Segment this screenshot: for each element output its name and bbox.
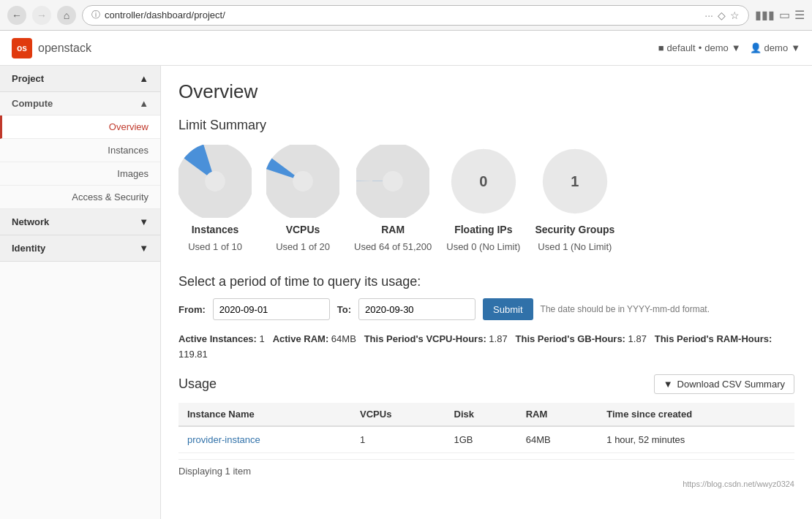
watermark: https://blog.csdn.net/wwyz0324 (178, 480, 794, 488)
back-button[interactable]: ← (7, 6, 26, 25)
active-stats: Active Instances: 1 Active RAM: 64MB Thi… (178, 332, 794, 363)
library-icon[interactable]: ▮▮▮ (755, 8, 775, 22)
limit-summary-title: Limit Summary (178, 118, 794, 133)
usage-table-body: provider-instance 1 1GB 64MB 1 hour, 52 … (178, 426, 794, 453)
download-label: Download CSV Summary (677, 379, 785, 390)
ram-hours-value: 119.81 (178, 349, 208, 360)
displaying-text: Displaying 1 item (178, 466, 251, 477)
url-text: controller/dashboard/project/ (105, 10, 700, 20)
sidebar-images-label: Images (117, 168, 149, 179)
user-dropdown-icon: ▼ (791, 42, 800, 53)
ram-card-usage: Used 64 of 51,200 (354, 241, 432, 252)
app-body: Project ▲ Compute ▲ Overview Instances I… (0, 66, 812, 519)
to-input[interactable] (358, 298, 475, 320)
floating-ips-pie: 0 (447, 145, 520, 218)
ram-card-name: RAM (381, 224, 405, 235)
usage-table-header-row: Instance Name VCPUs Disk RAM Time since … (178, 403, 794, 426)
instances-pie-svg (178, 145, 252, 218)
instances-card-name: Instances (192, 224, 239, 235)
from-input[interactable] (213, 298, 330, 320)
home-button[interactable]: ⌂ (57, 6, 76, 25)
instances-card-usage: Used 1 of 10 (188, 241, 242, 252)
floating-ips-center-label: 0 (479, 173, 487, 190)
sidebar-network-label: Network (12, 216, 49, 227)
brand-name: openstack (38, 42, 91, 55)
sidebar-access-security-label: Access & Security (72, 192, 149, 202)
usage-title: Usage (178, 376, 217, 392)
usage-table: Instance Name VCPUs Disk RAM Time since … (178, 403, 794, 453)
sidebar-item-instances[interactable]: Instances (0, 139, 160, 162)
limit-card-security-groups: 1 Security Groups Used 1 (No Limit) (535, 145, 614, 252)
download-icon: ▼ (663, 379, 673, 390)
sidebar-project-label: Project (12, 73, 44, 84)
col-instance-name: Instance Name (178, 403, 351, 426)
security-groups-card-usage: Used 1 (No Limit) (538, 241, 612, 252)
vcpus-card-name: VCPUs (286, 224, 320, 235)
menu-icon[interactable]: ☰ (794, 8, 805, 22)
ssl-icon: ⓘ (91, 9, 100, 21)
ram-hours-label: This Period's RAM-Hours: (655, 333, 772, 344)
sidebar-network-chevron: ▼ (139, 216, 149, 227)
security-groups-card-name: Security Groups (535, 224, 614, 235)
security-groups-pie: 1 (538, 145, 612, 218)
displaying-count: Displaying 1 item (178, 459, 794, 477)
table-row: provider-instance 1 1GB 64MB 1 hour, 52 … (178, 426, 794, 453)
sidebar-identity-label: Identity (12, 243, 45, 254)
sidebar-item-access-security[interactable]: Access & Security (0, 186, 160, 209)
limit-cards: Instances Used 1 of 10 VCPUs Used 1 of 2… (178, 145, 794, 252)
instance-link[interactable]: provider-instance (187, 434, 260, 445)
main-content: Overview Limit Summary Instances Used 1 … (161, 66, 812, 519)
limit-card-floating-ips: 0 Floating IPs Used 0 (No Limit) (446, 145, 520, 252)
ram-pie (356, 145, 429, 218)
cell-ram: 64MB (517, 426, 598, 453)
sidebar-network-section[interactable]: Network ▼ (0, 209, 160, 235)
col-disk: Disk (446, 403, 517, 426)
browser-chrome: ← → ⌂ ⓘ controller/dashboard/project/ ··… (0, 0, 812, 31)
active-ram-value: 64MB (331, 333, 356, 344)
domain-project-selector[interactable]: ■ default • demo ▼ (658, 42, 741, 53)
sidebar-item-overview[interactable]: Overview (0, 115, 160, 139)
sidebar-compute-label: Compute (12, 98, 53, 109)
cell-vcpus: 1 (351, 426, 446, 453)
sidebar-item-images[interactable]: Images (0, 162, 160, 186)
download-csv-button[interactable]: ▼ Download CSV Summary (654, 374, 794, 394)
openstack-icon: os (12, 38, 32, 58)
vcpu-hours-label: This Period's VCPU-Hours: (364, 333, 486, 344)
sidebar-identity-section[interactable]: Identity ▼ (0, 235, 160, 262)
user-icon: 👤 (750, 42, 762, 53)
forward-button[interactable]: → (32, 6, 51, 25)
ram-pie-svg (356, 145, 429, 218)
gb-hours-label: This Period's GB-Hours: (516, 333, 625, 344)
cell-time-since-created: 1 hour, 52 minutes (598, 426, 794, 453)
floating-ips-card-usage: Used 0 (No Limit) (446, 241, 520, 252)
domain-label: ■ (658, 42, 664, 53)
limit-card-ram: RAM Used 64 of 51,200 (354, 145, 432, 252)
user-menu[interactable]: 👤 demo ▼ (750, 42, 800, 53)
browser-actions: ▮▮▮ ▭ ☰ (755, 8, 805, 22)
gb-hours-value: 1.87 (628, 333, 647, 344)
bookmark-icon: ◇ (718, 10, 726, 21)
submit-button[interactable]: Submit (483, 298, 533, 320)
instances-pie (178, 145, 252, 218)
sidebar-compute-section[interactable]: Compute ▲ (0, 92, 160, 115)
url-bar[interactable]: ⓘ controller/dashboard/project/ ··· ◇ ☆ (82, 5, 749, 26)
vcpus-card-usage: Used 1 of 20 (276, 241, 330, 252)
sidebar-project-section[interactable]: Project ▲ (0, 66, 160, 92)
vcpus-pie-svg (266, 145, 339, 218)
period-title: Select a period of time to query its usa… (178, 274, 794, 289)
period-hint: The date should be in YYYY-mm-dd format. (541, 304, 710, 314)
sidebar-instances-label: Instances (108, 145, 149, 156)
active-ram-label: Active RAM: (273, 333, 329, 344)
user-name: demo (764, 42, 789, 53)
page-title: Overview (178, 80, 794, 103)
cell-disk: 1GB (446, 426, 517, 453)
usage-table-head: Instance Name VCPUs Disk RAM Time since … (178, 403, 794, 426)
vcpus-pie (266, 145, 339, 218)
layout-icon[interactable]: ▭ (779, 8, 790, 22)
security-groups-center-label: 1 (571, 173, 579, 190)
cell-instance-name: provider-instance (178, 426, 351, 453)
period-form: From: To: Submit The date should be in Y… (178, 298, 794, 320)
active-instances-label: Active Instances: (178, 333, 257, 344)
domain-value: default (667, 42, 696, 53)
limit-card-instances: Instances Used 1 of 10 (178, 145, 252, 252)
